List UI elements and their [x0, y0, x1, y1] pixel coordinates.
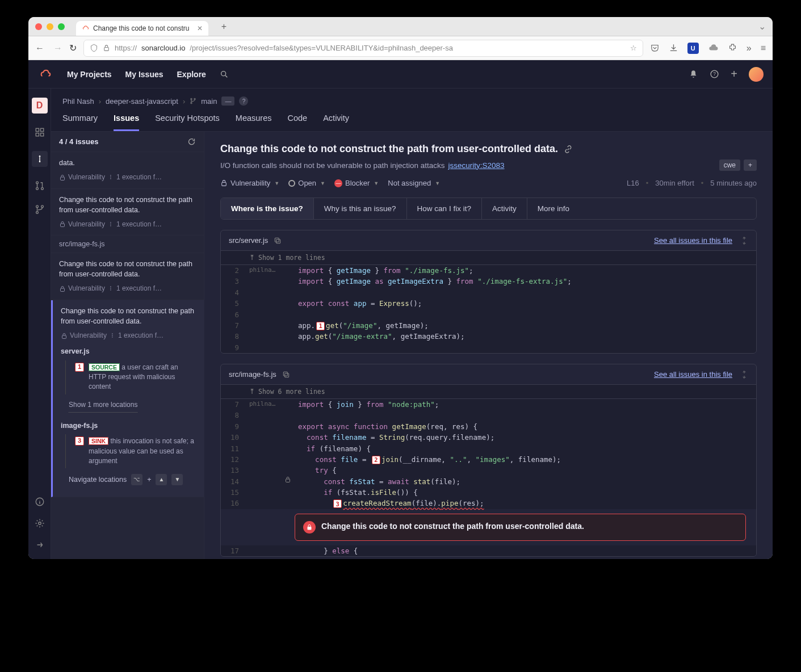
status-chip[interactable]: Open▼: [288, 179, 325, 187]
seg-where[interactable]: Where is the issue?: [221, 198, 314, 219]
notifications-icon[interactable]: [689, 69, 698, 79]
flow-step[interactable]: 1 SOURCE a user can craft an HTTP reques…: [65, 360, 196, 394]
nav-explore[interactable]: Explore: [177, 70, 206, 79]
svg-rect-22: [61, 224, 65, 227]
forward-button[interactable]: →: [53, 43, 62, 53]
refresh-icon[interactable]: [187, 137, 196, 146]
collapse-icon[interactable]: [35, 540, 45, 550]
expand-icon[interactable]: [740, 237, 748, 245]
tab-security-hotspots[interactable]: Security Hotspots: [155, 114, 220, 131]
step-marker[interactable]: 1: [316, 322, 325, 330]
pocket-icon[interactable]: [650, 43, 660, 53]
sink-tag: SINK: [89, 437, 108, 445]
vuln-icon: Vulnerability: [61, 331, 107, 341]
step-marker[interactable]: 2: [372, 456, 380, 464]
flow-step[interactable]: 3 SINK this invocation is not safe; a ma…: [65, 434, 196, 468]
tabs-dropdown-icon[interactable]: ⌄: [758, 21, 766, 32]
permalink-icon[interactable]: [564, 145, 573, 154]
issue-item[interactable]: data. Vulnerability ⁝ 1 execution f…: [51, 152, 204, 189]
copy-path-icon[interactable]: [282, 371, 290, 379]
branch-help-icon[interactable]: ?: [239, 96, 248, 106]
nav-my-projects[interactable]: My Projects: [67, 70, 112, 79]
step-marker[interactable]: 3: [333, 499, 342, 508]
severity-chip[interactable]: —Blocker▼: [334, 179, 379, 187]
effort-label: 30min effort: [655, 179, 694, 187]
browser-tab[interactable]: Change this code to not constru ✕: [76, 21, 208, 36]
nav-my-issues[interactable]: My Issues: [125, 70, 163, 79]
seg-activity[interactable]: Activity: [482, 198, 527, 219]
tab-activity[interactable]: Activity: [323, 114, 349, 131]
new-tab-button[interactable]: +: [217, 20, 230, 33]
branch-icon[interactable]: [35, 204, 45, 215]
flow-count: 1 execution f…: [118, 331, 163, 341]
info-icon[interactable]: [35, 497, 45, 507]
see-all-issues[interactable]: See all issues in this file: [654, 370, 732, 379]
breadcrumb-branch[interactable]: main: [201, 97, 217, 106]
window-maximize[interactable]: [58, 23, 65, 30]
svg-text:?: ?: [713, 71, 716, 77]
badge-more[interactable]: +: [744, 159, 757, 171]
url-input[interactable]: https://sonarcloud.io/project/issues?res…: [83, 40, 643, 57]
tab-issues[interactable]: Issues: [114, 114, 139, 131]
project-badge[interactable]: D: [32, 98, 48, 114]
show-more-lines[interactable]: ⤒Show 6 more lines: [221, 385, 756, 399]
help-icon[interactable]: ?: [710, 69, 719, 79]
settings-icon[interactable]: [35, 518, 45, 528]
add-icon[interactable]: +: [731, 68, 737, 81]
svg-point-10: [36, 182, 38, 184]
breadcrumb-repo[interactable]: deeper-sast-javascript: [106, 97, 178, 106]
extension-icon[interactable]: U: [687, 43, 699, 54]
cloud-icon[interactable]: [708, 43, 719, 53]
see-all-issues[interactable]: See all issues in this file: [654, 236, 732, 245]
svg-point-13: [36, 205, 38, 208]
tab-measures[interactable]: Measures: [236, 114, 272, 131]
breadcrumb-owner[interactable]: Phil Nash: [62, 97, 94, 106]
app-logo-icon[interactable]: [37, 66, 53, 82]
issues-rail-icon[interactable]: [32, 151, 48, 167]
tab-summary[interactable]: Summary: [62, 114, 98, 131]
overflow-icon[interactable]: »: [747, 43, 752, 53]
flow-file: server.js: [61, 346, 196, 356]
url-domain: sonarcloud.io: [141, 44, 185, 52]
issue-item-selected[interactable]: Change this code to not construct the pa…: [51, 300, 204, 498]
show-more-locations[interactable]: Show 1 more locations: [69, 398, 137, 413]
copy-path-icon[interactable]: [274, 237, 282, 245]
bookmark-icon[interactable]: ☆: [630, 44, 637, 52]
type-chip[interactable]: Vulnerability▼: [220, 179, 279, 187]
inline-issue-box[interactable]: Change this code to not construct the pa…: [295, 514, 746, 541]
expand-icon[interactable]: [740, 371, 748, 379]
nav-next-button[interactable]: ▼: [171, 474, 183, 485]
window-minimize[interactable]: [47, 23, 53, 30]
download-icon[interactable]: [669, 43, 678, 53]
navigate-locations: Navigate locations ⌥ + ▲ ▼: [61, 468, 196, 491]
seg-more[interactable]: More info: [527, 198, 580, 219]
window-close[interactable]: [35, 23, 42, 30]
seg-how[interactable]: How can I fix it?: [407, 198, 482, 219]
svg-point-14: [41, 205, 43, 208]
tab-close-icon[interactable]: ✕: [197, 24, 203, 32]
grid-icon[interactable]: [35, 127, 45, 137]
rule-link[interactable]: jssecurity:S2083: [448, 161, 505, 170]
cwe-badge[interactable]: cwe: [719, 159, 740, 171]
issue-item[interactable]: Change this code to not construct the pa…: [51, 253, 204, 300]
nav-prev-button[interactable]: ▲: [156, 474, 167, 485]
show-more-lines[interactable]: ⤒Show 1 more lines: [221, 251, 756, 265]
svg-rect-0: [104, 47, 109, 51]
back-button[interactable]: ←: [35, 43, 44, 53]
svg-point-9: [39, 161, 40, 162]
detail-title: Change this code to not construct the pa…: [220, 143, 558, 155]
assignee-chip[interactable]: Not assigned▼: [388, 179, 440, 187]
search-icon[interactable]: [220, 70, 229, 79]
vuln-icon: Vulnerability: [59, 284, 105, 293]
tab-code[interactable]: Code: [288, 114, 308, 131]
pr-icon[interactable]: [35, 180, 45, 191]
issue-item[interactable]: Change this code to not construct the pa…: [51, 189, 204, 236]
detail-meta-row: Vulnerability▼ Open▼ —Blocker▼ Not assig…: [220, 179, 757, 187]
reload-button[interactable]: ↻: [69, 43, 77, 53]
seg-why[interactable]: Why is this an issue?: [314, 198, 407, 219]
extensions-icon[interactable]: [728, 43, 737, 53]
avatar[interactable]: [749, 67, 764, 82]
svg-rect-6: [36, 133, 39, 136]
step-number: 1: [75, 363, 84, 372]
hamburger-icon[interactable]: ≡: [761, 43, 766, 53]
